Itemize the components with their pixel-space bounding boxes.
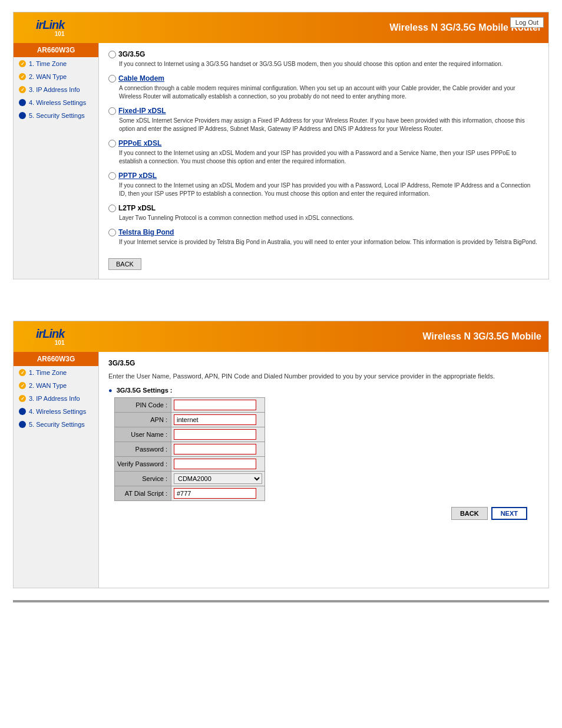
radio-l2tp[interactable] bbox=[108, 205, 116, 212]
wan-option-fixedip-header: Fixed-IP xDSL bbox=[108, 107, 539, 115]
wan-title-telstra[interactable]: Telstra Big Pond bbox=[118, 228, 174, 236]
wan-option-fixedip: Fixed-IP xDSL Some xDSL Internet Service… bbox=[108, 107, 539, 133]
form-row-pincode: PIN Code : bbox=[115, 398, 265, 413]
cell-service: CDMA2000 UMTS Auto bbox=[171, 472, 265, 486]
sidebar-item-1-security[interactable]: 5. Security Settings bbox=[14, 109, 98, 122]
wan-title-cable[interactable]: Cable Modem bbox=[118, 74, 164, 83]
wan-option-telstra: Telstra Big Pond If your Internet servic… bbox=[108, 228, 539, 246]
header-title-2: Wireless N 3G/3.5G Mobile bbox=[422, 331, 541, 342]
form-row-username: User Name : bbox=[115, 427, 265, 442]
sidebar-1: AR660W3G ✓ 1. Time Zone ✓ 2. WAN Type ✓ … bbox=[14, 43, 99, 279]
sidebar-item-2-wireless[interactable]: 4. Wireless Settings bbox=[14, 405, 98, 418]
input-verify-password[interactable] bbox=[174, 459, 256, 469]
log-out-button[interactable]: Log Out bbox=[510, 17, 544, 28]
logo-a-icon: A bbox=[21, 17, 36, 38]
wan-option-pppoe: PPPoE xDSL If you connect to the Interne… bbox=[108, 139, 539, 166]
dot-icon-2 bbox=[19, 112, 26, 119]
form-row-verify-password: Verify Password : bbox=[115, 457, 265, 472]
label-verify-password: Verify Password : bbox=[115, 457, 171, 472]
cell-atdial bbox=[171, 486, 265, 501]
label-password: Password : bbox=[115, 442, 171, 457]
wan-desc-pppoe: If you connect to the Internet using an … bbox=[119, 149, 539, 166]
input-apn[interactable] bbox=[174, 414, 256, 425]
cell-username bbox=[171, 427, 265, 442]
input-password[interactable] bbox=[174, 444, 256, 454]
wan-desc-telstra: If your Internet service is provided by … bbox=[119, 238, 539, 246]
wan-option-pptp-header: PPTP xDSL bbox=[108, 172, 539, 180]
back-button-1[interactable]: BACK bbox=[108, 258, 141, 270]
form-row-apn: APN : bbox=[115, 413, 265, 427]
select-service[interactable]: CDMA2000 UMTS Auto bbox=[174, 473, 262, 484]
wan-title-3g[interactable]: 3G/3.5G bbox=[118, 50, 145, 58]
radio-pppoe[interactable] bbox=[108, 140, 116, 147]
wan-title-fixedip[interactable]: Fixed-IP xDSL bbox=[118, 107, 166, 115]
logo-airlink-text-2: irLink bbox=[36, 328, 64, 340]
main-content-1: 3G/3.5G If you connect to Internet using… bbox=[99, 43, 548, 279]
label-service: Service : bbox=[115, 472, 171, 486]
dot-icon-2-1 bbox=[19, 408, 26, 415]
logo-101: 101 bbox=[55, 31, 65, 37]
cell-apn bbox=[171, 413, 265, 427]
wan-option-3g: 3G/3.5G If you connect to Internet using… bbox=[108, 50, 539, 68]
sidebar-item-1-ipaddress[interactable]: ✓ 3. IP Address Info bbox=[14, 83, 98, 96]
sidebar-item-2-security[interactable]: 5. Security Settings bbox=[14, 418, 98, 431]
sidebar-icon-5 bbox=[18, 111, 27, 120]
back-button-2[interactable]: BACK bbox=[451, 507, 488, 520]
wan-title-pppoe[interactable]: PPPoE xDSL bbox=[118, 139, 161, 147]
header-bar-1: A irLink 101 Wireless N 3G/3.5G Mobile R… bbox=[14, 12, 548, 43]
wan-desc-cable: A connection through a cable modem requi… bbox=[119, 84, 539, 101]
form-table: PIN Code : APN : User Name : bbox=[114, 397, 265, 501]
wan-title-l2tp[interactable]: L2TP xDSL bbox=[118, 204, 156, 212]
cell-password bbox=[171, 442, 265, 457]
page-container: Log Out A irLink 101 Wireless N 3G/3.5G … bbox=[0, 12, 562, 602]
sidebar-icon-4 bbox=[18, 98, 27, 107]
sidebar-brand-1: AR660W3G bbox=[14, 43, 98, 57]
check-icon-2-1: ✓ bbox=[19, 369, 26, 376]
form-row-atdial: AT Dial Script : bbox=[115, 486, 265, 501]
sidebar-item-2-ipaddress[interactable]: ✓ 3. IP Address Info bbox=[14, 392, 98, 405]
main-content-2: 3G/3.5G Enter the User Name, Password, A… bbox=[99, 352, 548, 588]
radio-3g[interactable] bbox=[108, 51, 116, 58]
form-row-service: Service : CDMA2000 UMTS Auto bbox=[115, 472, 265, 486]
wan-desc-fixedip: Some xDSL Internet Service Providers may… bbox=[119, 117, 539, 133]
button-row-2: BACK NEXT bbox=[108, 507, 539, 520]
logo-area-1: A irLink 101 bbox=[21, 17, 64, 38]
check-icon-2: ✓ bbox=[19, 73, 26, 80]
panel-2: A irLink 101 Wireless N 3G/3.5G Mobile A… bbox=[13, 321, 549, 588]
input-pin-code[interactable] bbox=[174, 400, 256, 410]
cell-verify-password bbox=[171, 457, 265, 472]
radio-cable[interactable] bbox=[108, 75, 116, 83]
sidebar-item-1-timezone[interactable]: ✓ 1. Time Zone bbox=[14, 57, 98, 70]
sidebar-item-1-wireless[interactable]: 4. Wireless Settings bbox=[14, 96, 98, 109]
bottom-divider bbox=[13, 600, 549, 602]
radio-telstra[interactable] bbox=[108, 229, 116, 236]
next-button-2[interactable]: NEXT bbox=[491, 507, 527, 520]
check-icon-3: ✓ bbox=[19, 86, 26, 93]
wan-option-pppoe-header: PPPoE xDSL bbox=[108, 139, 539, 147]
wan-option-telstra-header: Telstra Big Pond bbox=[108, 228, 539, 236]
form-desc-2: Enter the User Name, Password, APN, PIN … bbox=[108, 372, 539, 381]
sidebar-item-2-timezone[interactable]: ✓ 1. Time Zone bbox=[14, 366, 98, 379]
wan-option-cable: Cable Modem A connection through a cable… bbox=[108, 74, 539, 101]
sidebar-item-1-wantype[interactable]: ✓ 2. WAN Type bbox=[14, 70, 98, 83]
bullet-icon: ● bbox=[108, 387, 113, 394]
sidebar-item-2-wantype[interactable]: ✓ 2. WAN Type bbox=[14, 379, 98, 392]
form-row-password: Password : bbox=[115, 442, 265, 457]
sidebar-2: AR660W3G ✓ 1. Time Zone ✓ 2. WAN Type ✓ … bbox=[14, 352, 99, 588]
radio-fixedip[interactable] bbox=[108, 107, 116, 115]
logo-rlink-2: irLink 101 bbox=[36, 328, 64, 346]
input-username[interactable] bbox=[174, 429, 256, 440]
wan-title-pptp[interactable]: PPTP xDSL bbox=[118, 172, 157, 180]
label-pin-code: PIN Code : bbox=[115, 398, 171, 413]
wan-desc-pptp: If you connect to the Internet using an … bbox=[119, 182, 539, 198]
input-atdial[interactable] bbox=[174, 488, 256, 499]
logo-rlink: irLink 101 bbox=[36, 19, 64, 37]
panel-1: Log Out A irLink 101 Wireless N 3G/3.5G … bbox=[13, 12, 549, 279]
sidebar-icon-2-4 bbox=[18, 407, 27, 416]
wan-option-cable-header: Cable Modem bbox=[108, 74, 539, 83]
check-icon-2-2: ✓ bbox=[19, 382, 26, 389]
logo-area-2: A irLink 101 bbox=[21, 326, 64, 347]
radio-pptp[interactable] bbox=[108, 172, 116, 180]
label-apn: APN : bbox=[115, 413, 171, 427]
sidebar-icon-3: ✓ bbox=[18, 85, 27, 94]
